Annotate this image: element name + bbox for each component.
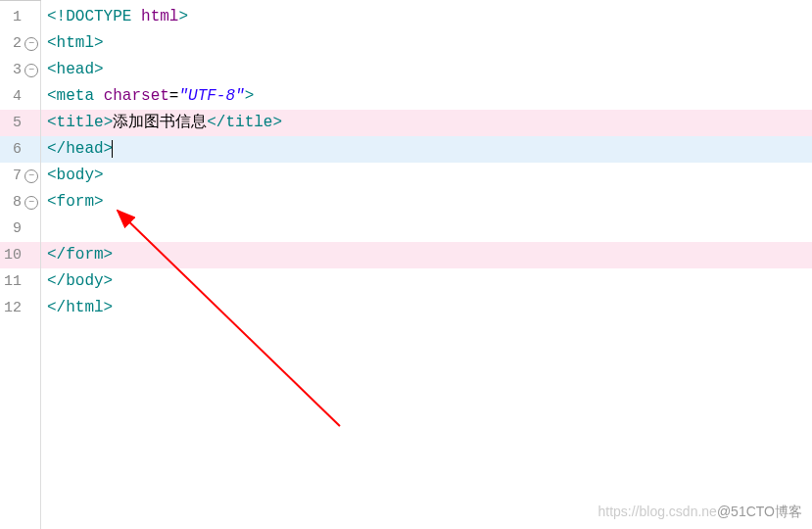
line-number: 6	[0, 141, 24, 158]
line-number: 12	[0, 300, 24, 316]
line-number: 8	[0, 194, 24, 211]
gutter-row: 2−	[0, 30, 40, 57]
fold-toggle-icon[interactable]: −	[24, 196, 38, 210]
gutter-row: 12	[0, 295, 40, 321]
gutter-row: 6	[0, 136, 40, 163]
line-gutter: 1 2− 3− 4 5 6 7− 8− 9 10 11 12	[0, 0, 41, 529]
code-line[interactable]: <body>	[41, 163, 812, 189]
text-cursor	[112, 140, 113, 158]
code-line[interactable]: <meta charset="UTF-8">	[41, 83, 812, 110]
line-number: 9	[0, 220, 24, 237]
code-line[interactable]: <!DOCTYPE html>	[41, 4, 812, 30]
fold-toggle-icon[interactable]: −	[24, 64, 38, 77]
watermark: https://blog.csdn.ne@51CTO博客	[597, 504, 802, 521]
gutter-row: 8−	[0, 189, 40, 216]
line-number: 3	[0, 62, 24, 78]
gutter-row: 10	[0, 242, 40, 268]
code-line[interactable]: <head>	[41, 57, 812, 83]
code-area[interactable]: <!DOCTYPE html> <html> <head> <meta char…	[41, 0, 812, 529]
gutter-row: 4	[0, 83, 40, 110]
code-line[interactable]: </body>	[41, 268, 812, 295]
line-number: 11	[0, 273, 24, 290]
gutter-row: 5	[0, 110, 40, 136]
gutter-row: 7−	[0, 163, 40, 189]
code-line[interactable]: </head>	[41, 136, 812, 163]
gutter-row: 3−	[0, 57, 40, 83]
line-number: 5	[0, 115, 24, 131]
code-line[interactable]: </html>	[41, 295, 812, 321]
line-number: 1	[0, 9, 24, 25]
line-number: 7	[0, 168, 24, 184]
line-number: 4	[0, 88, 24, 105]
code-line[interactable]: <title>添加图书信息</title>	[41, 110, 812, 136]
fold-toggle-icon[interactable]: −	[24, 169, 38, 183]
code-line[interactable]: </form>	[41, 242, 812, 268]
line-number: 10	[0, 247, 24, 264]
line-number: 2	[0, 35, 24, 52]
code-line[interactable]: <html>	[41, 30, 812, 57]
code-line[interactable]: <form>	[41, 189, 812, 216]
gutter-row: 9	[0, 216, 40, 242]
code-line[interactable]	[41, 216, 812, 242]
fold-toggle-icon[interactable]: −	[24, 37, 38, 51]
code-editor: 1 2− 3− 4 5 6 7− 8− 9 10 11 12 <!DOCTYPE…	[0, 0, 812, 529]
gutter-row: 11	[0, 268, 40, 295]
gutter-row: 1	[0, 4, 40, 30]
